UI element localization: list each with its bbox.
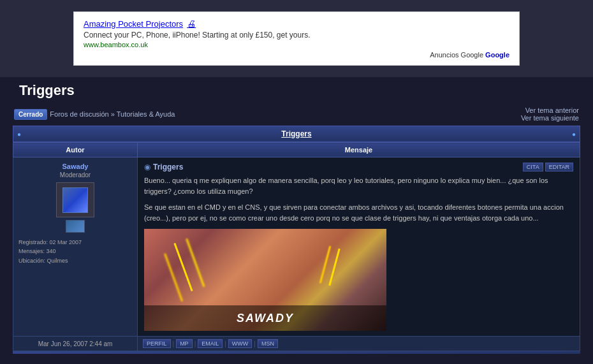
next-topic-link[interactable]: Ver tema siguiente bbox=[521, 114, 579, 122]
topic-title-link[interactable]: Triggers bbox=[281, 129, 311, 138]
topic-title-bar: Triggers bbox=[13, 126, 580, 142]
ad-banner: Amazing Pocket Projectors 🖨 Connect your… bbox=[73, 11, 520, 66]
ad-title-text: Amazing Pocket Projectors bbox=[84, 19, 183, 29]
ad-description: Connect your PC, Phone, iiPhone! Startin… bbox=[84, 31, 509, 40]
ad-link[interactable]: Amazing Pocket Projectors bbox=[84, 19, 183, 29]
cita-button[interactable]: CITA bbox=[523, 163, 543, 171]
author-registered: Registrado: 02 Mar 2007 bbox=[18, 239, 82, 245]
post-subject: Triggers bbox=[153, 163, 183, 171]
breadcrumb-area: Cerrado Foros de discusión » Tutoriales … bbox=[14, 109, 175, 120]
bottom-border bbox=[13, 351, 580, 354]
post-footer-buttons: PERFIL | MP | EMAIL | WWW | MSN bbox=[143, 339, 575, 348]
editar-button[interactable]: EDITAR bbox=[545, 163, 573, 171]
ad-url[interactable]: www.beambox.co.uk bbox=[84, 41, 509, 48]
google-label: Google bbox=[485, 51, 509, 59]
author-role: Moderador bbox=[18, 171, 132, 178]
avatar-image bbox=[62, 187, 88, 213]
sep2: | bbox=[194, 340, 196, 347]
table-row: Sawady Moderador Registrado: 02 Mar 2007… bbox=[13, 157, 580, 337]
page-title: Triggers bbox=[0, 77, 593, 104]
post-timestamp: Mar Jun 26, 2007 2:44 am bbox=[13, 337, 138, 351]
ad-icon: 🖨 bbox=[187, 18, 196, 29]
posts-table: Autor Mensaje Sawady Moderador Registrad… bbox=[13, 142, 580, 351]
author-location: Ubicación: Quilmes bbox=[18, 258, 68, 264]
author-cell: Sawady Moderador Registrado: 02 Mar 2007… bbox=[13, 157, 138, 337]
avatar-big bbox=[56, 182, 94, 217]
breadcrumb-forum-link[interactable]: Foros de discusión bbox=[50, 110, 108, 118]
perfil-button[interactable]: PERFIL bbox=[143, 339, 171, 348]
author-name: Sawady bbox=[18, 163, 132, 170]
col-mensaje-header: Mensaje bbox=[138, 143, 580, 157]
post-footer-row: Mar Jun 26, 2007 2:44 am PERFIL | MP | E… bbox=[13, 337, 580, 351]
post-text-para2: Se que estan en el CMD y en el CNS, y qu… bbox=[144, 202, 573, 224]
breadcrumb-sep: » bbox=[111, 110, 115, 118]
breadcrumb-category-link[interactable]: Tutoriales & Ayuda bbox=[117, 110, 175, 118]
col-autor-header: Autor bbox=[13, 143, 138, 157]
closed-badge: Cerrado bbox=[14, 109, 47, 120]
sep1: | bbox=[173, 340, 175, 347]
post-icon-title: ◉ Triggers bbox=[144, 163, 183, 171]
prev-topic-link[interactable]: Ver tema anterior bbox=[521, 106, 579, 114]
ad-footer: Anuncios Google Google bbox=[84, 51, 509, 59]
ad-footer-text: Anuncios Google bbox=[430, 51, 483, 59]
author-meta: Registrado: 02 Mar 2007 Mensajes: 340 Ub… bbox=[18, 238, 132, 265]
post-icon: ◉ bbox=[144, 163, 150, 171]
breadcrumb: Foros de discusión » Tutoriales & Ayuda bbox=[50, 110, 175, 118]
sep3: | bbox=[224, 340, 226, 347]
nav-row: Cerrado Foros de discusión » Tutoriales … bbox=[13, 104, 580, 124]
message-cell: ◉ Triggers CITA EDITAR Bueno... queria q… bbox=[138, 157, 580, 337]
post-actions: CITA EDITAR bbox=[523, 163, 573, 171]
post-image-text: SAWADY bbox=[237, 312, 294, 325]
post-footer-right: PERFIL | MP | EMAIL | WWW | MSN bbox=[138, 337, 580, 351]
author-small-img bbox=[66, 220, 85, 233]
ad-title[interactable]: Amazing Pocket Projectors 🖨 bbox=[84, 18, 509, 29]
author-messages: Mensajes: 340 bbox=[18, 248, 56, 254]
post-text-para1: Bueno... queria q me expliquen algo de m… bbox=[144, 175, 573, 197]
post-image: SAWADY bbox=[144, 229, 386, 331]
forum-container: Cerrado Foros de discusión » Tutoriales … bbox=[13, 104, 580, 354]
post-header: ◉ Triggers CITA EDITAR bbox=[144, 163, 573, 171]
table-header-row: Autor Mensaje bbox=[13, 143, 580, 157]
nav-links: Ver tema anterior Ver tema siguiente bbox=[521, 106, 579, 122]
sep4: | bbox=[254, 340, 256, 347]
msn-button[interactable]: MSN bbox=[258, 339, 278, 348]
www-button[interactable]: WWW bbox=[228, 339, 252, 348]
mp-button[interactable]: MP bbox=[176, 339, 193, 348]
post-image-overlay: SAWADY bbox=[144, 305, 386, 331]
email-button[interactable]: EMAIL bbox=[198, 339, 223, 348]
